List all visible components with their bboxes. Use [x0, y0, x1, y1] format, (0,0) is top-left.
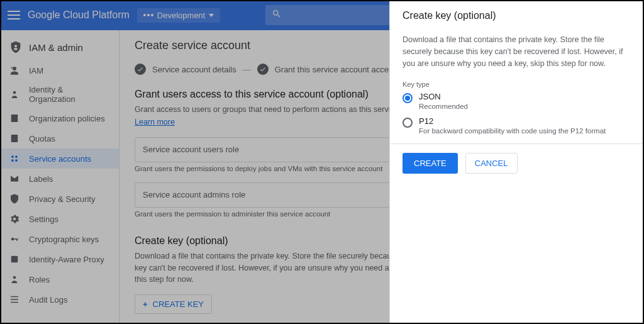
- drawer-cancel-button[interactable]: CANCEL: [465, 153, 518, 174]
- divider: [390, 143, 644, 144]
- key-type-p12[interactable]: P12 For backward compatibility with code…: [402, 116, 631, 135]
- drawer-desc: Download a file that contains the privat…: [402, 34, 631, 69]
- radio-icon[interactable]: [402, 118, 413, 128]
- drawer-create-button[interactable]: CREATE: [402, 153, 458, 174]
- create-key-drawer: Create key (optional) Download a file th…: [389, 0, 644, 324]
- key-type-json[interactable]: JSON Recommended: [402, 92, 631, 110]
- radio-label: P12: [419, 116, 606, 126]
- radio-icon[interactable]: [402, 93, 413, 103]
- radio-label: JSON: [419, 92, 468, 101]
- radio-subtext: For backward compatibility with code usi…: [419, 127, 606, 135]
- drawer-title: Create key (optional): [402, 10, 631, 21]
- radio-subtext: Recommended: [419, 103, 468, 110]
- key-type-label: Key type: [402, 81, 631, 88]
